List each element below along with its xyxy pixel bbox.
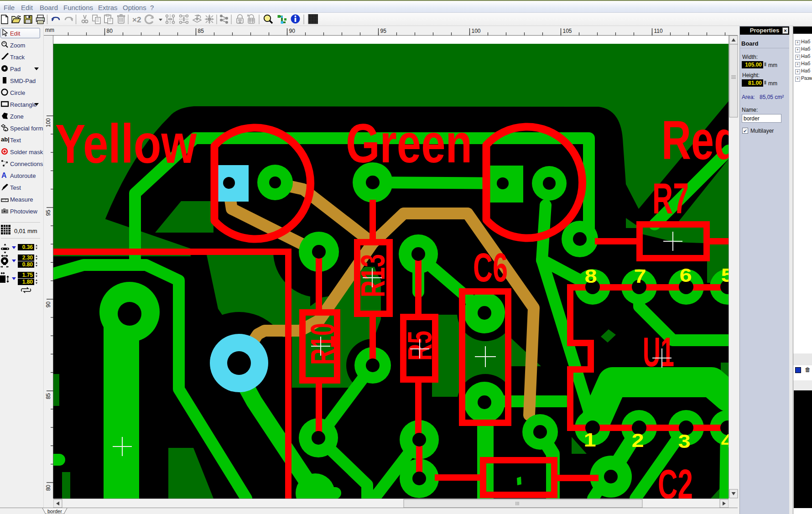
svg-text:C2: C2 — [658, 462, 693, 498]
svg-text:80: 80 — [45, 485, 52, 491]
svg-text:7: 7 — [634, 265, 646, 287]
svg-text:100: 100 — [45, 118, 52, 127]
svg-text:U1: U1 — [643, 329, 674, 375]
svg-text:90: 90 — [289, 28, 296, 34]
svg-text:×2: ×2 — [132, 16, 141, 24]
svg-text:6: 6 — [680, 265, 692, 286]
svg-text:90: 90 — [45, 301, 52, 308]
svg-text:Red: Red — [661, 109, 729, 171]
svg-text:R10: R10 — [303, 323, 342, 365]
svg-text:5: 5 — [721, 265, 729, 286]
svg-text:1: 1 — [584, 429, 596, 451]
svg-text:A: A — [1, 171, 7, 179]
svg-text:80: 80 — [107, 28, 113, 34]
svg-text:ab|: ab| — [1, 136, 9, 143]
svg-text:Green: Green — [346, 113, 472, 174]
svg-text:R7: R7 — [652, 175, 689, 223]
svg-text:85: 85 — [45, 393, 52, 400]
svg-text:110: 110 — [654, 28, 663, 34]
svg-text:105: 105 — [563, 28, 572, 34]
svg-text:95: 95 — [45, 210, 52, 216]
svg-text:8: 8 — [585, 265, 597, 287]
svg-text:Yellow: Yellow — [55, 113, 197, 174]
svg-text:3: 3 — [678, 431, 691, 452]
svg-text:95: 95 — [380, 28, 387, 34]
svg-text:border: border — [47, 509, 62, 514]
svg-text:85: 85 — [198, 28, 204, 34]
svg-text:4: 4 — [721, 430, 729, 452]
svg-text:100: 100 — [472, 28, 481, 34]
svg-text:C6: C6 — [473, 244, 508, 290]
svg-text:2: 2 — [632, 430, 644, 451]
